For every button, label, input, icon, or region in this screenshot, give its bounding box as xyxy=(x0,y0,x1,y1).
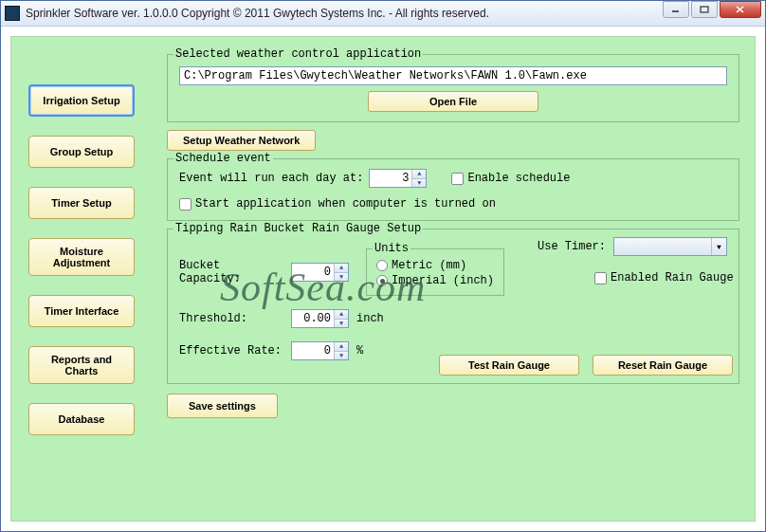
checkbox-icon xyxy=(594,272,607,284)
group-app-select-legend: Selected weather control application xyxy=(173,47,423,61)
close-button[interactable] xyxy=(720,1,761,18)
group-schedule-legend: Schedule event xyxy=(173,152,273,165)
save-settings-button[interactable]: Save settings xyxy=(167,394,278,418)
maximize-button[interactable] xyxy=(691,1,718,18)
start-on-boot-checkbox[interactable]: Start application when computer is turne… xyxy=(179,197,496,211)
checkbox-icon xyxy=(179,198,192,211)
bucket-capacity-label: Bucket Capacity: xyxy=(179,259,283,285)
main-panel: Irrigation Setup Group Setup Timer Setup… xyxy=(10,36,756,522)
spinner-up-icon[interactable]: ▲ xyxy=(335,310,348,320)
checkbox-icon xyxy=(451,173,464,185)
threshold-spinner[interactable]: ▲▼ xyxy=(291,309,349,328)
threshold-unit: inch xyxy=(356,312,384,325)
units-imperial-radio[interactable]: Imperial (inch) xyxy=(376,274,494,287)
enabled-rain-gauge-checkbox[interactable]: Enabled Rain Gauge xyxy=(594,271,734,284)
app-icon xyxy=(5,6,20,21)
nav-timer-interface[interactable]: Timer Interface xyxy=(28,295,135,327)
bucket-capacity-spinner[interactable]: ▲▼ xyxy=(291,263,349,282)
nav-group-setup[interactable]: Group Setup xyxy=(28,136,135,168)
spinner-up-icon[interactable]: ▲ xyxy=(335,342,348,352)
nav-moisture-adjustment[interactable]: Moisture Adjustment xyxy=(28,238,135,276)
spinner-down-icon[interactable]: ▼ xyxy=(335,352,348,360)
spinner-up-icon[interactable]: ▲ xyxy=(335,264,348,273)
test-rain-gauge-button[interactable]: Test Rain Gauge xyxy=(439,355,579,376)
nav-timer-setup[interactable]: Timer Setup xyxy=(28,187,135,219)
minimize-button[interactable] xyxy=(663,1,689,18)
threshold-label: Threshold: xyxy=(179,312,283,325)
nav-reports-charts[interactable]: Reports and Charts xyxy=(28,346,135,384)
spinner-up-icon[interactable]: ▲ xyxy=(412,170,426,179)
effective-rate-unit: % xyxy=(356,344,363,358)
nav-irrigation-setup[interactable]: Irrigation Setup xyxy=(28,84,135,117)
setup-weather-network-button[interactable]: Setup Weather Network xyxy=(167,130,316,151)
units-group: Units Metric (mm) Imperial (inch) xyxy=(366,248,504,296)
schedule-event-label: Event will run each day at: xyxy=(179,172,363,185)
group-app-select: Selected weather control application Ope… xyxy=(167,54,739,122)
enable-schedule-checkbox[interactable]: Enable schedule xyxy=(451,172,570,185)
bucket-capacity-input[interactable] xyxy=(292,264,334,281)
group-schedule: Schedule event Event will run each day a… xyxy=(167,158,739,221)
effective-rate-input[interactable] xyxy=(292,342,334,359)
sidebar: Irrigation Setup Group Setup Timer Setup… xyxy=(28,84,135,435)
content-area: Selected weather control application Ope… xyxy=(167,54,739,418)
spinner-down-icon[interactable]: ▼ xyxy=(335,273,348,282)
spinner-down-icon[interactable]: ▼ xyxy=(412,179,426,188)
titlebar: Sprinkler Software ver. 1.0.0.0 Copyrigh… xyxy=(1,1,765,27)
window-controls xyxy=(663,1,765,26)
window-title: Sprinkler Software ver. 1.0.0.0 Copyrigh… xyxy=(26,7,663,20)
threshold-input[interactable] xyxy=(292,310,334,327)
open-file-button[interactable]: Open File xyxy=(368,91,538,112)
effective-rate-spinner[interactable]: ▲▼ xyxy=(291,341,349,360)
group-rain-gauge: Tipping Rain Bucket Rain Gauge Setup Buc… xyxy=(167,229,739,384)
reset-rain-gauge-button[interactable]: Reset Rain Gauge xyxy=(593,355,733,376)
group-rain-gauge-legend: Tipping Rain Bucket Rain Gauge Setup xyxy=(173,222,423,235)
units-metric-radio[interactable]: Metric (mm) xyxy=(376,259,494,272)
schedule-time-spinner[interactable]: ▲ ▼ xyxy=(369,169,427,188)
svg-rect-1 xyxy=(701,7,708,12)
effective-rate-label: Effective Rate: xyxy=(179,344,283,358)
client-area: Irrigation Setup Group Setup Timer Setup… xyxy=(1,27,765,531)
use-timer-dropdown[interactable]: ▼ xyxy=(613,237,727,256)
units-legend: Units xyxy=(373,242,410,255)
schedule-time-input[interactable] xyxy=(370,170,411,187)
use-timer-label: Use Timer: xyxy=(538,240,606,253)
window: Sprinkler Software ver. 1.0.0.0 Copyrigh… xyxy=(0,0,766,532)
nav-database[interactable]: Database xyxy=(28,403,135,435)
chevron-down-icon: ▼ xyxy=(711,238,726,255)
app-path-input[interactable] xyxy=(179,66,727,85)
spinner-down-icon[interactable]: ▼ xyxy=(335,320,348,328)
